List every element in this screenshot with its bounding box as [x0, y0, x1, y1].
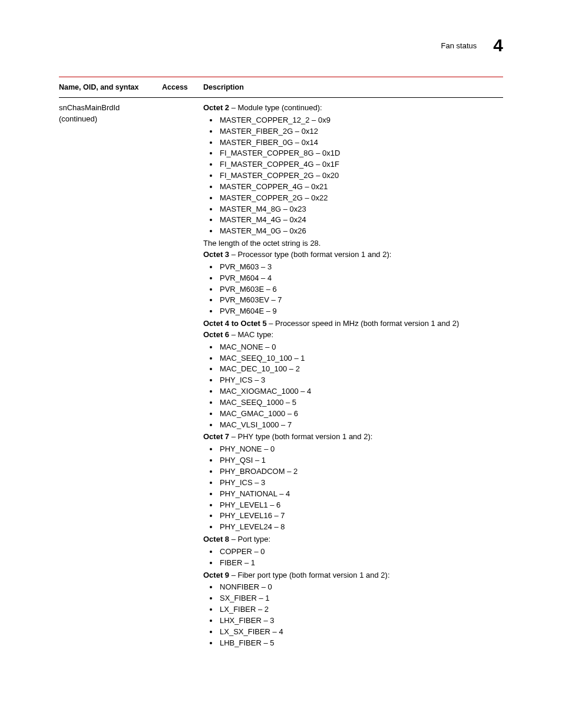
- octet6-line: Octet 6 – MAC type:: [203, 330, 503, 341]
- table-row: snChasMainBrdId (continued) Octet 2 – Mo…: [59, 98, 503, 650]
- col-description: Description: [203, 83, 503, 91]
- list-item: MASTER_FIBER_0G – 0x14: [219, 137, 503, 149]
- octet2-label: Octet 2: [203, 103, 229, 112]
- list-item: MAC_VLSI_1000 – 7: [219, 420, 503, 431]
- list-item: NONFIBER – 0: [219, 582, 503, 593]
- list-item: PHY_QSI – 1: [219, 455, 503, 466]
- octet2-list: MASTER_COPPER_12_2 – 0x9MASTER_FIBER_2G …: [203, 115, 503, 237]
- list-item: LX_FIBER – 2: [219, 604, 503, 615]
- octet9-list: NONFIBER – 0SX_FIBER – 1LX_FIBER – 2LHX_…: [203, 582, 503, 648]
- cell-name: snChasMainBrdId (continued): [59, 103, 162, 650]
- octet8-text: – Port type:: [229, 535, 270, 543]
- list-item: FI_MASTER_COPPER_4G – 0x1F: [219, 159, 503, 170]
- list-item: PHY_NATIONAL – 4: [219, 489, 503, 500]
- octet8-list: COPPER – 0FIBER – 1: [203, 546, 503, 569]
- list-item: PHY_ICS – 3: [219, 375, 503, 386]
- chapter-number: 4: [493, 35, 503, 55]
- octet3-list: PVR_M603 – 3PVR_M604 – 4PVR_M603E – 6PVR…: [203, 262, 503, 317]
- list-item: PHY_LEVEL24 – 8: [219, 522, 503, 533]
- page-header: Fan status 4: [59, 35, 503, 55]
- list-item: MASTER_COPPER_12_2 – 0x9: [219, 115, 503, 126]
- octet9-line: Octet 9 – Fiber port type (both format v…: [203, 570, 503, 581]
- octet4-text: – Processor speed in MHz (both format ve…: [267, 319, 459, 328]
- octet7-text: – PHY type (both format version 1 and 2)…: [229, 432, 372, 441]
- list-item: MASTER_COPPER_2G – 0x22: [219, 193, 503, 204]
- list-item: MAC_SEEQ_1000 – 5: [219, 397, 503, 409]
- list-item: MAC_NONE – 0: [219, 342, 503, 353]
- list-item: PVR_M603EV – 7: [219, 295, 503, 306]
- list-item: LHX_FIBER – 3: [219, 615, 503, 627]
- list-item: FI_MASTER_COPPER_8G – 0x1D: [219, 148, 503, 159]
- octet7-label: Octet 7: [203, 432, 229, 441]
- list-item: MASTER_FIBER_2G – 0x12: [219, 126, 503, 137]
- list-item: MAC_GMAC_1000 – 6: [219, 409, 503, 420]
- list-item: COPPER – 0: [219, 546, 503, 558]
- page: Fan status 4 Name, OID, and syntax Acces…: [0, 0, 562, 686]
- list-item: LX_SX_FIBER – 4: [219, 627, 503, 638]
- octet2-line: Octet 2 – Module type (continued):: [203, 103, 503, 114]
- list-item: SX_FIBER – 1: [219, 593, 503, 604]
- list-item: PHY_LEVEL16 – 7: [219, 510, 503, 522]
- list-item: LHB_FIBER – 5: [219, 638, 503, 649]
- octet4-label: Octet 4 to Octet 5: [203, 319, 267, 328]
- list-item: PVR_M603E – 6: [219, 284, 503, 295]
- list-item: FI_MASTER_COPPER_2G – 0x20: [219, 170, 503, 182]
- octet9-label: Octet 9: [203, 571, 229, 579]
- list-item: PHY_BROADCOM – 2: [219, 466, 503, 477]
- octet3-line: Octet 3 – Processor type (both format ve…: [203, 249, 503, 261]
- octet3-text: – Processor type (both format version 1 …: [229, 250, 391, 259]
- octet8-line: Octet 8 – Port type:: [203, 534, 503, 545]
- cell-description: Octet 2 – Module type (continued): MASTE…: [203, 103, 503, 650]
- octet6-label: Octet 6: [203, 330, 229, 339]
- octet9-text: – Fiber port type (both format version 1…: [229, 571, 389, 579]
- octet8-label: Octet 8: [203, 535, 229, 543]
- list-item: PVR_M604 – 4: [219, 273, 503, 284]
- octet7-list: PHY_NONE – 0PHY_QSI – 1PHY_BROADCOM – 2P…: [203, 444, 503, 533]
- list-item: MAC_SEEQ_10_100 – 1: [219, 353, 503, 364]
- name-line1: snChasMainBrdId: [59, 103, 162, 114]
- list-item: PHY_ICS – 3: [219, 477, 503, 489]
- octet6-text: – MAC type:: [229, 330, 273, 339]
- list-item: PHY_NONE – 0: [219, 444, 503, 455]
- table-header: Name, OID, and syntax Access Description: [59, 77, 503, 97]
- col-name: Name, OID, and syntax: [59, 83, 162, 91]
- list-item: MAC_XIOGMAC_1000 – 4: [219, 386, 503, 397]
- cell-access: [162, 103, 203, 650]
- name-line2: (continued): [59, 114, 162, 125]
- header-title: Fan status: [441, 41, 477, 50]
- octet7-line: Octet 7 – PHY type (both format version …: [203, 431, 503, 443]
- list-item: MAC_DEC_10_100 – 2: [219, 364, 503, 375]
- list-item: MASTER_COPPER_4G – 0x21: [219, 182, 503, 193]
- list-item: MASTER_M4_4G – 0x24: [219, 215, 503, 226]
- list-item: FIBER – 1: [219, 558, 503, 569]
- octet3-label: Octet 3: [203, 250, 229, 259]
- len-note: The length of the octet string is 28.: [203, 238, 503, 249]
- octet2-text: – Module type (continued):: [229, 103, 322, 112]
- list-item: MASTER_M4_8G – 0x23: [219, 204, 503, 215]
- octet4-line: Octet 4 to Octet 5 – Processor speed in …: [203, 318, 503, 330]
- list-item: PVR_M604E – 9: [219, 306, 503, 317]
- list-item: PVR_M603 – 3: [219, 262, 503, 273]
- list-item: PHY_LEVEL1 – 6: [219, 500, 503, 511]
- col-access: Access: [162, 83, 203, 91]
- octet6-list: MAC_NONE – 0MAC_SEEQ_10_100 – 1MAC_DEC_1…: [203, 342, 503, 431]
- list-item: MASTER_M4_0G – 0x26: [219, 226, 503, 237]
